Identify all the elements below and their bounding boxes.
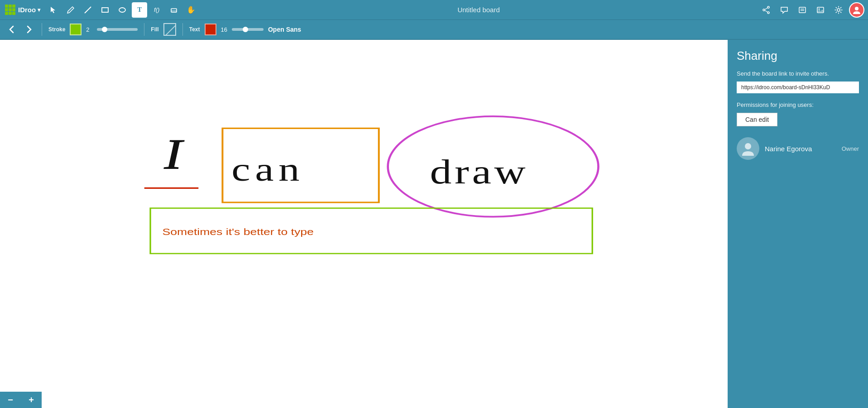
- sep2: [144, 23, 144, 36]
- nav-forward-icon: [24, 24, 34, 34]
- sep3: [182, 23, 183, 36]
- settings-button[interactable]: [831, 2, 846, 18]
- eraser-tool-button[interactable]: [166, 2, 182, 18]
- chat-icon: [780, 6, 788, 14]
- sharing-description: Send the board link to invite others.: [737, 70, 859, 77]
- main-area: I can draw Sometimes it's better to type…: [0, 40, 868, 408]
- user-person-icon: [740, 140, 756, 157]
- board-title: Untitled board: [201, 6, 757, 14]
- line-tool-button[interactable]: [80, 2, 96, 18]
- svg-text:I: I: [163, 131, 184, 178]
- svg-line-0: [85, 7, 91, 13]
- fill-label: Fill: [151, 26, 158, 33]
- line-icon: [84, 6, 92, 14]
- hand-tool-button[interactable]: ✋: [183, 2, 199, 18]
- stroke-slider-thumb: [102, 27, 107, 32]
- formula-tool-button[interactable]: f(): [149, 2, 164, 18]
- svg-text:Sometimes it's better to type: Sometimes it's better to type: [163, 226, 314, 237]
- pen-icon: [67, 6, 75, 14]
- board-link-input[interactable]: [737, 82, 859, 93]
- svg-point-2: [119, 8, 125, 12]
- fill-color-swatch[interactable]: [163, 23, 176, 36]
- font-slider-thumb: [243, 27, 248, 32]
- user-avatar[interactable]: [849, 2, 864, 18]
- stroke-color-swatch[interactable]: [70, 24, 82, 35]
- text-tool-button[interactable]: T: [132, 2, 147, 18]
- svg-rect-13: [817, 7, 824, 13]
- svg-point-14: [819, 8, 820, 10]
- list-icon: [798, 6, 806, 14]
- svg-rect-10: [799, 7, 806, 13]
- fill-diagonal-icon: [163, 23, 176, 36]
- logo-text: IDroo: [18, 6, 36, 14]
- eraser-icon: [170, 6, 178, 14]
- logo-icon: [4, 4, 16, 16]
- stroke-width-number: 2: [86, 26, 92, 33]
- nav-back-button[interactable]: [5, 23, 18, 36]
- settings-icon: [834, 6, 843, 14]
- sharing-panel: Sharing Send the board link to invite ot…: [728, 40, 868, 408]
- svg-rect-1: [102, 8, 108, 12]
- canvas-drawings: I can draw Sometimes it's better to type: [0, 40, 728, 408]
- rect-icon: [101, 6, 109, 14]
- svg-point-16: [855, 7, 858, 10]
- pen-tool-button[interactable]: [63, 2, 78, 18]
- text-tool-label: T: [137, 6, 142, 14]
- top-toolbar: IDroo ▾ T f(): [0, 0, 868, 20]
- user-avatar-icon: [737, 137, 759, 160]
- font-size-slider[interactable]: [232, 28, 264, 31]
- stroke-width-slider[interactable]: [97, 28, 138, 31]
- svg-text:draw: draw: [430, 153, 529, 191]
- svg-line-8: [765, 8, 767, 10]
- user-row: Narine Egorova Owner: [737, 137, 859, 160]
- second-toolbar: Stroke 2 Fill Text 16 Open Sans: [0, 20, 868, 40]
- zoom-controls: − +: [0, 392, 42, 408]
- user-role: Owner: [817, 145, 859, 152]
- chat-button[interactable]: [777, 2, 792, 18]
- zoom-in-button[interactable]: +: [21, 392, 42, 408]
- can-edit-button[interactable]: Can edit: [737, 113, 777, 126]
- svg-point-6: [767, 12, 769, 14]
- text-color-swatch[interactable]: [205, 24, 216, 35]
- svg-rect-4: [171, 10, 177, 12]
- logo-area[interactable]: IDroo ▾: [4, 4, 40, 16]
- list-button[interactable]: [795, 2, 810, 18]
- rect-tool-button[interactable]: [97, 2, 113, 18]
- share-icon: [762, 6, 770, 14]
- ellipse-icon: [118, 6, 126, 14]
- svg-point-5: [767, 6, 769, 8]
- ellipse-tool-button[interactable]: [115, 2, 130, 18]
- avatar-icon: [852, 5, 862, 15]
- select-icon: [49, 6, 58, 14]
- nav-forward-button[interactable]: [23, 23, 35, 36]
- sep1: [42, 23, 42, 36]
- sharing-title: Sharing: [737, 49, 859, 63]
- share-button[interactable]: [758, 2, 774, 18]
- select-tool-button[interactable]: [46, 2, 61, 18]
- svg-text:can: can: [231, 151, 304, 188]
- svg-point-25: [745, 143, 751, 149]
- logo-dropdown-icon[interactable]: ▾: [38, 7, 40, 13]
- text-label: Text: [189, 26, 200, 33]
- svg-line-9: [765, 10, 767, 12]
- svg-point-7: [763, 9, 765, 11]
- canvas-area[interactable]: I can draw Sometimes it's better to type…: [0, 40, 728, 408]
- image-icon: [816, 6, 825, 14]
- font-size-number: 16: [221, 26, 227, 33]
- svg-point-15: [837, 9, 840, 11]
- right-tools: [758, 2, 864, 18]
- stroke-label: Stroke: [48, 26, 65, 33]
- image-button[interactable]: [813, 2, 828, 18]
- zoom-out-button[interactable]: −: [0, 392, 21, 408]
- nav-back-icon: [7, 24, 17, 34]
- font-name: Open Sans: [268, 26, 301, 33]
- permissions-label: Permissions for joining users:: [737, 101, 859, 108]
- formula-icon: f(): [154, 6, 159, 13]
- user-name: Narine Egorova: [765, 145, 812, 153]
- hand-icon: ✋: [187, 5, 196, 14]
